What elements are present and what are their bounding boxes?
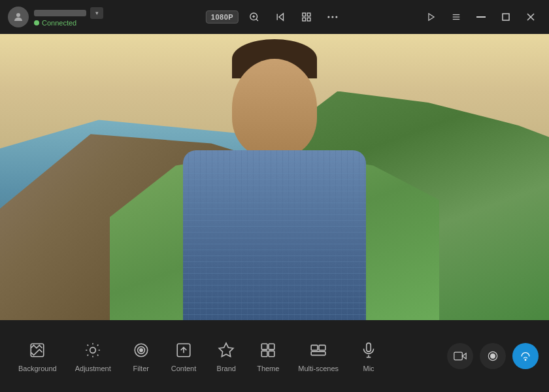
svg-rect-34	[311, 351, 325, 355]
svg-rect-38	[454, 352, 463, 360]
resolution-badge[interactable]: 1080P	[206, 10, 239, 24]
maximize-button[interactable]	[495, 7, 516, 27]
svg-rect-31	[269, 351, 274, 357]
svg-rect-18	[476, 16, 486, 18]
user-info: ▾ Connected	[34, 7, 103, 27]
svg-rect-33	[319, 345, 325, 350]
shirt-pattern	[183, 150, 366, 320]
svg-rect-35	[367, 343, 371, 351]
tool-multi-scenes[interactable]: Multi-scenes	[290, 335, 346, 378]
record-button[interactable]	[480, 343, 506, 369]
person-overlay	[150, 46, 399, 320]
person-head	[232, 59, 317, 157]
svg-rect-32	[311, 345, 318, 350]
tool-filter[interactable]: Filter	[122, 335, 161, 378]
filter-icon	[131, 340, 152, 361]
svg-rect-7	[303, 13, 306, 16]
svg-point-40	[491, 354, 495, 359]
avatar	[8, 7, 29, 27]
titlebar: ▾ Connected 1080P	[0, 0, 549, 34]
toolbar-tools: Background Adjustment Filter	[10, 335, 447, 378]
live-button[interactable]	[512, 343, 539, 369]
filter-label: Filter	[133, 365, 149, 372]
background-label: Background	[18, 365, 57, 372]
tool-background[interactable]: Background	[10, 335, 65, 378]
titlebar-right	[421, 7, 541, 27]
skip-button[interactable]	[270, 7, 291, 27]
svg-rect-30	[262, 351, 268, 357]
svg-marker-14	[429, 14, 434, 21]
adjustment-label: Adjustment	[75, 365, 111, 372]
titlebar-left: ▾ Connected	[8, 7, 103, 27]
multi-scenes-label: Multi-scenes	[298, 365, 339, 372]
tool-brand[interactable]: Brand	[207, 335, 246, 378]
svg-point-11	[328, 16, 330, 18]
brand-icon	[216, 340, 237, 361]
minimize-button[interactable]	[471, 7, 491, 27]
multi-scenes-icon	[308, 340, 329, 361]
connected-status: Connected	[34, 19, 103, 27]
svg-point-12	[332, 16, 334, 18]
mic-label: Mic	[363, 365, 374, 372]
tool-content[interactable]: Content	[163, 335, 205, 378]
dropdown-arrow[interactable]: ▾	[90, 7, 103, 19]
svg-rect-28	[262, 344, 268, 350]
toolbar-actions	[447, 343, 539, 369]
svg-point-41	[525, 359, 526, 361]
titlebar-center: 1080P	[206, 7, 343, 27]
toolbar: Background Adjustment Filter	[0, 320, 549, 392]
svg-rect-9	[303, 18, 306, 21]
svg-point-23	[90, 348, 96, 353]
scenes-button[interactable]	[296, 7, 317, 27]
svg-point-13	[336, 16, 338, 18]
close-button[interactable]	[520, 7, 541, 27]
username-bar	[34, 10, 86, 16]
theme-label: Theme	[257, 365, 279, 372]
preview-area	[0, 34, 549, 320]
zoom-button[interactable]	[244, 7, 265, 27]
menu-button[interactable]	[446, 7, 467, 27]
content-label: Content	[171, 365, 197, 372]
mic-icon	[358, 340, 379, 361]
person-body	[183, 150, 366, 320]
svg-line-2	[256, 19, 258, 21]
tool-mic[interactable]: Mic	[349, 335, 388, 378]
svg-rect-10	[307, 18, 310, 21]
adjustment-icon	[82, 340, 103, 361]
connected-dot	[34, 20, 39, 25]
svg-point-26	[140, 349, 142, 351]
background-icon	[27, 340, 48, 361]
tool-theme[interactable]: Theme	[248, 335, 288, 378]
content-icon	[173, 340, 194, 361]
tool-adjustment[interactable]: Adjustment	[67, 335, 119, 378]
svg-rect-19	[503, 14, 509, 20]
play-button[interactable]	[421, 7, 442, 27]
svg-point-0	[16, 13, 20, 17]
more-button[interactable]	[322, 7, 343, 27]
camera-button[interactable]	[447, 343, 473, 369]
svg-rect-8	[307, 13, 310, 16]
svg-rect-29	[269, 344, 274, 350]
connected-label: Connected	[42, 19, 76, 27]
brand-label: Brand	[217, 365, 236, 372]
svg-marker-5	[279, 14, 284, 21]
username-block: ▾	[34, 7, 103, 19]
theme-icon	[258, 340, 278, 361]
